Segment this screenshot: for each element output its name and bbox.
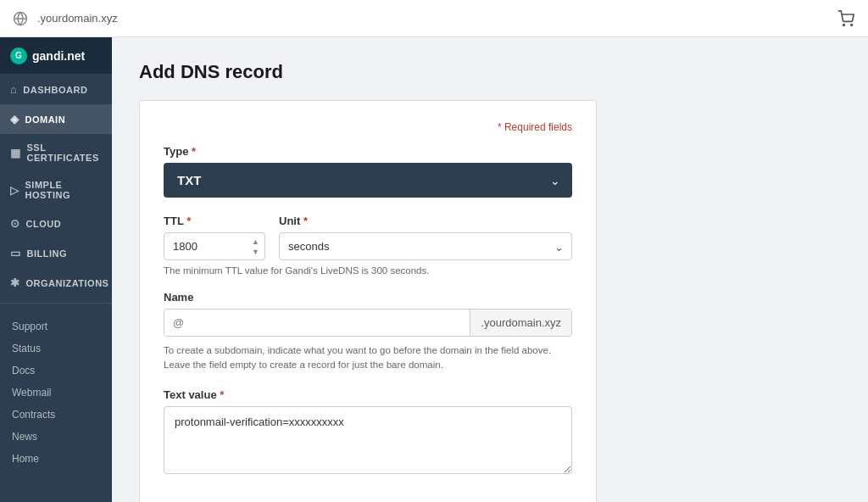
ssl-icon: ▦	[10, 147, 21, 159]
text-value-input[interactable]: protonmail-verification=xxxxxxxxxx	[164, 406, 572, 474]
type-select[interactable]: TXT A AAAA CNAME MX NS SRV CAA	[164, 163, 572, 198]
page-title: Add DNS record	[139, 61, 841, 83]
unit-required-star: *	[300, 215, 308, 227]
ttl-label: TTL *	[164, 215, 265, 227]
topbar: .yourdomain.xyz	[0, 0, 868, 37]
type-select-wrapper: TXT A AAAA CNAME MX NS SRV CAA ⌄	[164, 163, 572, 198]
name-suffix: .yourdomain.xyz	[470, 310, 571, 336]
sidebar-item-label: DASHBOARD	[23, 85, 87, 95]
unit-field: Unit * seconds minutes hours ⌄	[279, 215, 572, 260]
type-required-star: *	[188, 145, 196, 158]
sidebar-item-label: DOMAIN	[25, 114, 66, 125]
sidebar-link-webmail[interactable]: Webmail	[0, 382, 112, 404]
unit-label: Unit *	[279, 215, 572, 227]
globe-icon	[10, 8, 31, 29]
sidebar-item-label: BILLING	[27, 248, 68, 259]
logo-text: gandi.net	[32, 49, 85, 63]
dashboard-icon: ⌂	[10, 83, 17, 96]
name-label: Name	[164, 291, 572, 304]
sidebar-item-cloud[interactable]: ⊙ CLOUD	[0, 209, 112, 238]
ttl-down-button[interactable]: ▼	[249, 247, 262, 256]
billing-icon: ▭	[10, 247, 21, 259]
sidebar-link-support[interactable]: Support	[0, 315, 112, 337]
sidebar: G gandi.net ⌂ DASHBOARD ◈ DOMAIN ▦ SSL C…	[0, 37, 112, 502]
name-hint: To create a subdomain, indicate what you…	[164, 343, 572, 373]
ttl-input-wrapper: ▲ ▼	[164, 232, 265, 260]
hosting-icon: ▷	[10, 184, 19, 197]
sidebar-item-label: CLOUD	[26, 219, 62, 229]
sidebar-item-ssl-certificates[interactable]: ▦ SSL CERTIFICATES	[0, 134, 112, 171]
required-note: * Required fields	[164, 121, 572, 133]
ttl-hint: The minimum TTL value for Gandi's LiveDN…	[164, 265, 572, 276]
sidebar-item-dashboard[interactable]: ⌂ DASHBOARD	[0, 75, 112, 104]
ttl-unit-row: TTL * ▲ ▼ Unit *	[164, 215, 572, 260]
svg-point-2	[843, 24, 845, 25]
unit-select[interactable]: seconds minutes hours	[279, 232, 572, 260]
sidebar-item-domain[interactable]: ◈ DOMAIN	[0, 104, 112, 134]
sidebar-link-news[interactable]: News	[0, 426, 112, 448]
cloud-icon: ⊙	[10, 217, 20, 230]
ttl-up-button[interactable]: ▲	[249, 237, 262, 246]
text-value-required-star: *	[217, 388, 225, 401]
text-value-label: Text value *	[164, 388, 572, 401]
form-card: * Required fields Type * TXT A AAAA CNAM…	[139, 100, 597, 502]
sidebar-link-home[interactable]: Home	[0, 448, 112, 470]
type-label: Type *	[164, 145, 572, 158]
text-value-field: Text value * protonmail-verification=xxx…	[164, 388, 572, 477]
sidebar-item-label: SSL CERTIFICATES	[27, 142, 103, 163]
sidebar-item-simple-hosting[interactable]: ▷ SIMPLE HOSTING	[0, 171, 112, 209]
sidebar-links: Support Status Docs Webmail Contracts Ne…	[0, 309, 112, 477]
unit-select-wrapper: seconds minutes hours ⌄	[279, 232, 572, 260]
sidebar-link-status[interactable]: Status	[0, 337, 112, 360]
sidebar-divider	[0, 303, 112, 304]
ttl-required-star: *	[184, 215, 192, 227]
ttl-field: TTL * ▲ ▼	[164, 215, 265, 260]
domain-icon: ◈	[10, 113, 19, 126]
name-input-row: .yourdomain.xyz	[164, 309, 572, 337]
svg-point-3	[851, 24, 853, 25]
sidebar-item-label: SIMPLE HOSTING	[25, 180, 103, 200]
sidebar-link-docs[interactable]: Docs	[0, 360, 112, 382]
sidebar-item-billing[interactable]: ▭ BILLING	[0, 238, 112, 268]
topbar-url: .yourdomain.xyz	[37, 12, 827, 25]
ttl-arrows: ▲ ▼	[249, 237, 262, 256]
org-icon: ✱	[10, 276, 20, 289]
sidebar-link-contracts[interactable]: Contracts	[0, 404, 112, 426]
sidebar-item-organizations[interactable]: ✱ ORGANIZATIONS	[0, 268, 112, 298]
name-field: Name .yourdomain.xyz	[164, 291, 572, 337]
logo-icon: G	[10, 47, 27, 64]
cart-icon[interactable]	[834, 7, 858, 31]
sidebar-item-label: ORGANIZATIONS	[26, 278, 109, 288]
name-input[interactable]	[164, 310, 470, 336]
main-content: Add DNS record * Required fields Type * …	[112, 37, 868, 502]
sidebar-logo: G gandi.net	[0, 37, 112, 75]
